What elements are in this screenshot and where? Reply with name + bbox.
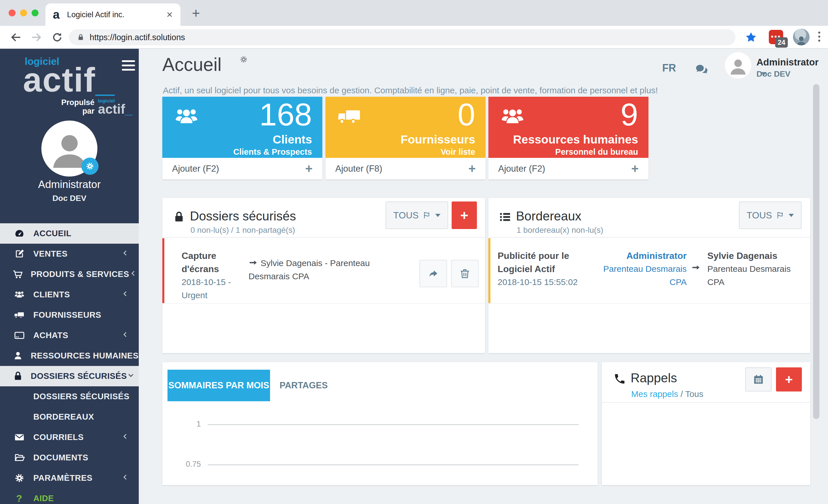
stat-card-fournisseurs: 0 Fournisseurs Voir liste Ajouter (F8)+: [326, 97, 486, 179]
folder-open-icon: [13, 452, 26, 463]
sidebar-item-dossiers-securises[interactable]: DOSSIERS SÉCURISÉS: [0, 366, 139, 386]
chevron-left-icon: [121, 473, 129, 483]
add-rh-button[interactable]: Ajouter (F2)+: [488, 158, 649, 179]
page-subtitle: Actif, un seul logiciel pour tous vos be…: [163, 86, 658, 95]
share-dossier-button[interactable]: [419, 260, 447, 287]
address-bar[interactable]: https://login.actif.solutions: [69, 29, 736, 45]
tab-title: Logiciel Actif inc.: [67, 10, 166, 19]
caret-down-icon: [789, 214, 794, 217]
sidebar-subitem-bordereaux[interactable]: BORDEREAUX: [0, 407, 139, 427]
dossier-date: 2018-10-15 - Urgent: [181, 276, 245, 302]
sidebar-item-produits-services[interactable]: PRODUITS & SERVICES: [0, 264, 139, 284]
phone-icon: [613, 373, 626, 385]
sidebar-user-org: Doc DEV: [0, 194, 139, 203]
bordereaux-filter-tous-button[interactable]: TOUS: [739, 201, 801, 229]
header-avatar[interactable]: [725, 52, 751, 79]
rappels-card: Rappels Mes rappels / Tous +: [602, 362, 810, 485]
sidebar-item-parametres[interactable]: PARAMÈTRES: [0, 468, 139, 488]
sidebar-item-ressources-humaines[interactable]: RESSOURCES HUMAINES: [0, 346, 139, 366]
list-icon: [499, 211, 511, 223]
tab-close-icon[interactable]: ✕: [166, 10, 173, 19]
chart-ytick-1: 1: [172, 420, 201, 428]
close-window-button[interactable]: [9, 9, 15, 16]
hamburger-menu-icon[interactable]: [122, 60, 135, 73]
language-switch[interactable]: FR: [662, 62, 676, 74]
stat-card-fournisseurs-body[interactable]: 0 Fournisseurs Voir liste: [326, 97, 486, 158]
dossiers-filter-tous-button[interactable]: TOUS: [385, 201, 448, 229]
window-controls: [9, 9, 39, 16]
stat-card-clients-body[interactable]: 168 Clients Clients & Prospects: [162, 97, 322, 158]
sidebar-item-courriels[interactable]: COURRIELS: [0, 427, 139, 448]
chart-gridline: [208, 464, 579, 465]
sidebar-item-ventes[interactable]: VENTES: [0, 244, 139, 264]
bordereau-title: Publicité pour le Logiciel Actif: [498, 249, 601, 276]
delete-dossier-button[interactable]: [451, 260, 479, 287]
extension-badge: 24: [775, 37, 788, 48]
sidebar-item-achats[interactable]: ACHATS: [0, 325, 139, 346]
browser-profile-avatar[interactable]: [793, 29, 810, 45]
stat-card-rh-body[interactable]: 9 Ressources humaines Personnel du burea…: [488, 97, 649, 158]
arrow-right-icon: [249, 258, 258, 267]
page-scrollbar[interactable]: [813, 84, 819, 419]
add-rappel-button[interactable]: +: [776, 367, 802, 392]
chevron-down-icon: [127, 371, 135, 381]
app-logo[interactable]: actif_: [23, 60, 115, 99]
app-window: a Logiciel Actif inc. ✕ + https://login.…: [0, 0, 828, 504]
panel-title: Bordereaux: [516, 209, 581, 223]
bookmark-star-icon[interactable]: [745, 31, 757, 44]
arrow-right-icon: [691, 263, 700, 272]
sidebar-item-accueil[interactable]: ACCUEIL: [0, 223, 139, 244]
flag-icon: [776, 211, 785, 220]
new-tab-button[interactable]: +: [192, 5, 200, 21]
add-fournisseur-button[interactable]: Ajouter (F8)+: [326, 158, 486, 179]
summaries-chart-card: SOMMAIRES PAR MOIS PARTAGES 1 0.75: [162, 362, 597, 485]
add-dossier-button[interactable]: +: [452, 201, 477, 229]
panel-summary: 0 non-lu(s) / 1 non-partagé(s): [191, 226, 295, 235]
browser-tab-strip: a Logiciel Actif inc. ✕ +: [0, 0, 828, 26]
gear-icon: [13, 473, 26, 483]
browser-menu-icon[interactable]: [818, 32, 820, 42]
main-content: Accueil Actif, un seul logiciel pour tou…: [139, 49, 828, 504]
calendar-button[interactable]: [745, 367, 772, 392]
tous-rappels-link[interactable]: Tous: [685, 389, 703, 399]
forward-icon[interactable]: [31, 31, 43, 43]
dossier-list-item[interactable]: Capture d'écrans 2018-10-15 - Urgent Syl…: [162, 238, 485, 304]
truck-icon: [13, 310, 26, 320]
bordereau-from-name: Administrator: [602, 249, 687, 262]
tab-partages[interactable]: PARTAGES: [280, 370, 328, 401]
envelope-icon: [13, 432, 26, 443]
link-separator: /: [678, 389, 685, 399]
page-settings-gear-icon[interactable]: [239, 55, 248, 64]
minimize-window-button[interactable]: [20, 9, 27, 16]
browser-tab[interactable]: a Logiciel Actif inc. ✕: [45, 3, 180, 26]
tab-sommaires-par-mois[interactable]: SOMMAIRES PAR MOIS: [167, 370, 270, 401]
cart-icon: [13, 269, 23, 280]
sidebar-item-clients[interactable]: CLIENTS: [0, 284, 139, 305]
rappels-header: Rappels Mes rappels / Tous +: [602, 362, 810, 403]
back-icon[interactable]: [10, 31, 22, 43]
rappels-title: Rappels: [631, 371, 677, 385]
users-icon: [171, 104, 201, 129]
sidebar-item-fournisseurs[interactable]: FOURNISSEURS: [0, 305, 139, 325]
zoom-window-button[interactable]: [32, 9, 39, 16]
lock-icon: [173, 211, 185, 223]
sidebar-nav: ACCUEIL VENTES PRODUITS & SERVICES CLIEN…: [0, 223, 139, 504]
chat-icon[interactable]: [695, 62, 708, 76]
page-title: Accueil: [162, 54, 221, 75]
chart-gridline: [208, 424, 579, 425]
user-avatar[interactable]: [41, 121, 97, 177]
sidebar-item-documents[interactable]: DOCUMENTS: [0, 448, 139, 468]
calendar-icon: [753, 374, 764, 385]
reload-icon[interactable]: [51, 31, 63, 43]
sidebar-subitem-dossiers-securises[interactable]: DOSSIERS SÉCURISÉS: [0, 386, 139, 407]
header-user-org: Doc DEV: [756, 70, 790, 79]
sidebar-item-aide[interactable]: ? AIDE: [0, 488, 139, 504]
panel-dossiers-header: Dossiers sécurisés 0 non-lu(s) / 1 non-p…: [162, 198, 485, 238]
add-client-button[interactable]: Ajouter (F2)+: [162, 158, 322, 179]
mes-rappels-link[interactable]: Mes rappels: [631, 389, 678, 399]
stat-card-rh: 9 Ressources humaines Personnel du burea…: [488, 97, 649, 179]
stat-card-clients: 168 Clients Clients & Prospects Ajouter …: [162, 97, 322, 179]
avatar-settings-gear-icon[interactable]: [81, 157, 98, 175]
bordereau-list-item[interactable]: Publicité pour le Logiciel Actif 2018-10…: [488, 238, 810, 304]
flag-icon: [423, 211, 431, 220]
